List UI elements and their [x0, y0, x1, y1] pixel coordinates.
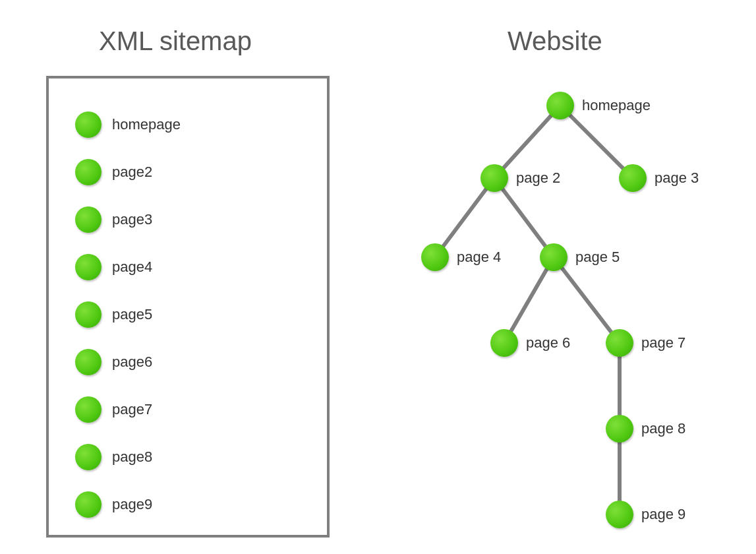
page-dot-icon — [421, 243, 449, 271]
page-dot-icon — [75, 349, 102, 375]
tree-node-page3: page 3 — [619, 164, 699, 192]
tree-node-page8: page 8 — [606, 415, 685, 443]
page-dot-icon — [75, 301, 102, 328]
tree-node-page9: page 9 — [606, 501, 685, 528]
page-dot-icon — [606, 501, 633, 528]
tree-node-label: page 8 — [641, 420, 685, 437]
tree-node-label: page 5 — [575, 249, 620, 266]
page-dot-icon — [75, 111, 102, 138]
page-dot-icon — [606, 329, 633, 357]
tree-node-label: page 9 — [641, 506, 685, 523]
list-item-label: page8 — [112, 448, 152, 466]
list-item-label: page7 — [112, 401, 152, 418]
tree-node-label: page 4 — [457, 249, 501, 266]
list-item: page3 — [75, 206, 152, 233]
list-item-label: page3 — [112, 211, 152, 228]
tree-node-label: page 3 — [654, 169, 699, 187]
sitemap-box: homepage page2 page3 page4 page5 page6 p… — [46, 76, 330, 538]
list-item-label: homepage — [112, 116, 181, 133]
list-item-label: page9 — [112, 496, 152, 513]
tree-node-page5: page 5 — [540, 243, 620, 271]
list-item: page8 — [75, 444, 152, 470]
tree-node-label: homepage — [582, 97, 651, 114]
tree-node-page2: page 2 — [480, 164, 560, 192]
page-dot-icon — [546, 92, 574, 119]
tree-node-homepage: homepage — [546, 92, 651, 119]
list-item-label: page4 — [112, 259, 152, 276]
list-item-label: page6 — [112, 354, 152, 371]
page-dot-icon — [75, 444, 102, 470]
page-dot-icon — [75, 206, 102, 233]
page-dot-icon — [75, 254, 102, 280]
page-dot-icon — [75, 491, 102, 518]
list-item: homepage — [75, 111, 181, 138]
list-item: page5 — [75, 301, 152, 328]
list-item: page9 — [75, 491, 152, 518]
tree-node-page7: page 7 — [606, 329, 685, 357]
list-item: page4 — [75, 254, 152, 280]
page-dot-icon — [480, 164, 508, 192]
list-item: page6 — [75, 349, 152, 375]
page-dot-icon — [75, 159, 102, 185]
page-dot-icon — [619, 164, 647, 192]
list-item-label: page2 — [112, 164, 152, 181]
tree-node-page4: page 4 — [421, 243, 501, 271]
list-item: page7 — [75, 396, 152, 423]
tree-node-page6: page 6 — [490, 329, 570, 357]
website-tree: homepagepage 2page 3page 4page 5page 6pa… — [382, 73, 751, 547]
tree-node-label: page 7 — [641, 334, 685, 352]
heading-sitemap: XML sitemap — [99, 26, 252, 56]
heading-website: Website — [508, 26, 602, 56]
tree-node-label: page 6 — [526, 334, 570, 352]
page-dot-icon — [490, 329, 518, 357]
page-dot-icon — [606, 415, 633, 443]
tree-edges — [382, 73, 751, 547]
list-item: page2 — [75, 159, 152, 185]
list-item-label: page5 — [112, 306, 152, 323]
page-dot-icon — [540, 243, 567, 271]
page-dot-icon — [75, 396, 102, 423]
tree-node-label: page 2 — [516, 169, 560, 187]
